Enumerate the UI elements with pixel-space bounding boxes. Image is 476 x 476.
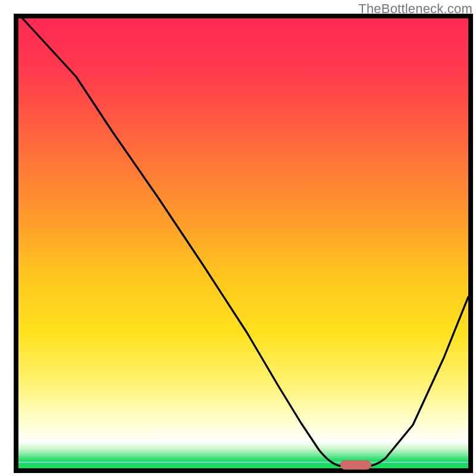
plot-area (16, 16, 471, 471)
chart-svg (0, 0, 476, 476)
watermark-text: TheBottleneck.com (358, 1, 472, 17)
gradient-fill (18, 18, 468, 468)
baseline-teal-stripe (18, 462, 468, 463)
optimum-marker (340, 461, 371, 469)
chart-container: TheBottleneck.com (0, 0, 476, 476)
